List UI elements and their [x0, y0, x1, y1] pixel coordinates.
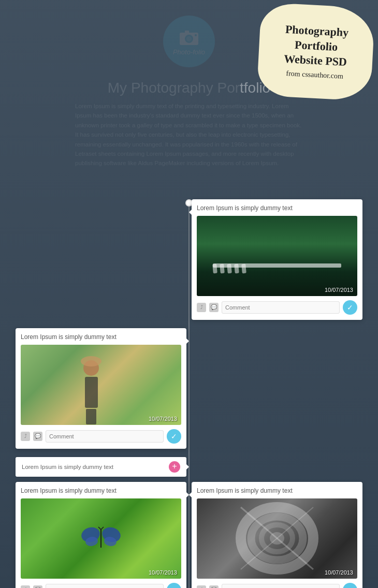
title-bar-left-1: Lorem Ipsum is simply dummy text + [16, 457, 186, 477]
card-image-r1: 10/07/2013 [197, 216, 357, 296]
spiral-svg [197, 498, 357, 579]
svg-line-11 [101, 527, 104, 530]
check-icon-r2: ✓ [347, 586, 353, 588]
timeline: Lorem Ipsum is simply dummy text [0, 199, 378, 588]
watermark-text: PhotographyPortfolioWebsite PSDfrom cssa… [283, 22, 349, 81]
check-icon-l2: ✓ [171, 586, 177, 588]
title-bar-text-l1: Lorem Ipsum is simply dummy text [22, 464, 113, 470]
submit-btn-r2[interactable]: ✓ [343, 583, 357, 588]
photo-girl [21, 345, 181, 425]
card-right-2: Lorem Ipsum is simply dummy text [192, 482, 362, 588]
comment-input-l1[interactable] [46, 430, 164, 443]
comment-area-r1: ⤴ 💬 ✓ [197, 300, 357, 315]
check-icon-l1: ✓ [171, 432, 177, 440]
share-icon-r1: ⤴ [197, 303, 206, 312]
submit-btn-l2[interactable]: ✓ [167, 583, 181, 588]
photo-spiral [197, 498, 357, 579]
comment-icon-r1: 💬 [209, 303, 219, 312]
comment-input-r1[interactable] [222, 301, 340, 314]
comment-icon-r2: 💬 [209, 585, 219, 588]
comment-input-l2[interactable] [46, 584, 164, 588]
watermark-badge: PhotographyPortfolioWebsite PSDfrom cssa… [256, 2, 375, 101]
card-title-l2: Lorem Ipsum is simply dummy text [21, 487, 181, 494]
card-title-r1: Lorem Ipsum is simply dummy text [197, 204, 357, 212]
submit-btn-r1[interactable]: ✓ [343, 300, 357, 315]
comment-icon-l2: 💬 [33, 585, 42, 588]
submit-btn-l1[interactable]: ✓ [167, 429, 181, 444]
photo-rowing [197, 216, 357, 296]
plus-icon-l1: + [172, 462, 177, 471]
timeline-row-tb-l1: Lorem Ipsum is simply dummy text + [0, 457, 378, 477]
svg-line-10 [98, 527, 101, 530]
card-right-1: Lorem Ipsum is simply dummy text [192, 199, 362, 320]
share-icon-l2: ⤴ [21, 585, 30, 588]
card-image-l2: 10/07/2013 [21, 498, 181, 579]
comment-area-l1: ⤴ 💬 ✓ [21, 429, 181, 444]
card-left-1: Lorem Ipsum is simply dummy text 10/07/2… [16, 328, 186, 449]
timeline-row-1: Lorem Ipsum is simply dummy text [0, 199, 378, 320]
comment-icon-l1: 💬 [33, 432, 42, 441]
comment-area-l2: ⤴ 💬 ✓ [21, 583, 181, 588]
share-icon-l1: ⤴ [21, 432, 30, 441]
card-date-l1: 10/07/2013 [149, 416, 177, 422]
butterfly-svg [80, 522, 122, 553]
card-image-r2: 10/07/2013 [197, 498, 357, 579]
plus-btn-l1[interactable]: + [169, 461, 180, 473]
photo-butterfly [21, 498, 181, 579]
card-date-r1: 10/07/2013 [325, 287, 353, 293]
card-image-l1: 10/07/2013 [21, 345, 181, 425]
card-left-2: Lorem Ipsum is simply dummy text [16, 482, 186, 588]
share-icon-r2: ⤴ [197, 585, 206, 588]
comment-area-r2: ⤴ 💬 ✓ [197, 583, 357, 588]
card-date-r2: 10/07/2013 [325, 569, 353, 576]
card-date-l2: 10/07/2013 [149, 569, 177, 576]
comment-input-r2[interactable] [222, 584, 340, 588]
card-title-r2: Lorem Ipsum is simply dummy text [197, 487, 357, 494]
timeline-row-3: Lorem Ipsum is simply dummy text [0, 482, 378, 588]
check-icon-r1: ✓ [347, 303, 353, 312]
card-title-l1: Lorem Ipsum is simply dummy text [21, 333, 181, 341]
timeline-row-2: Lorem Ipsum is simply dummy text 10/07/2… [0, 328, 378, 449]
